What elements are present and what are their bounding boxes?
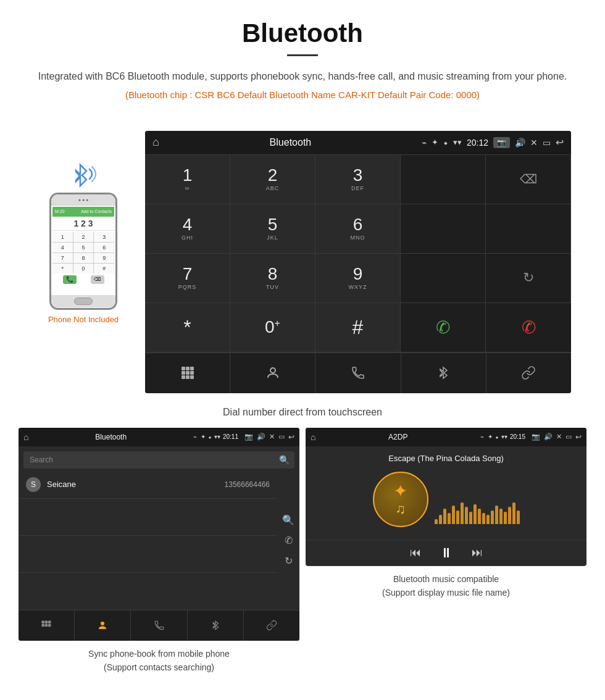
contacts-cam-icon[interactable]: 📷 bbox=[244, 433, 253, 441]
car-dial-screen: ⌂ Bluetooth ⌁ ✦ ⬥ ▾▾ 20:12 📷 🔊 ✕ ▭ ↩ 1 ∞… bbox=[145, 131, 571, 393]
phone-bottom-row: 📞 ⌫ bbox=[52, 275, 114, 284]
contacts-nav-call[interactable] bbox=[131, 610, 187, 641]
camera-button[interactable]: 📷 bbox=[493, 137, 510, 148]
contacts-bt-icon: ✦ bbox=[201, 433, 206, 440]
dial-key-9[interactable]: 9 WXYZ bbox=[315, 254, 401, 303]
visualizer-bar bbox=[491, 510, 494, 524]
title-divider bbox=[287, 54, 318, 56]
nav-keypad[interactable] bbox=[145, 353, 230, 393]
dial-key-5[interactable]: 5 JKL bbox=[230, 204, 315, 254]
svg-rect-5 bbox=[190, 371, 194, 375]
prev-button[interactable]: ⏮ bbox=[410, 546, 421, 559]
contacts-search-icon[interactable]: 🔍 bbox=[279, 455, 290, 465]
svg-rect-4 bbox=[186, 371, 190, 375]
nav-call-log[interactable] bbox=[315, 353, 401, 393]
contacts-nav-link[interactable] bbox=[244, 610, 299, 641]
contacts-location-icon: ⬥ bbox=[208, 433, 212, 440]
dial-key-8[interactable]: 8 TUV bbox=[230, 254, 315, 303]
dial-caption: Dial number direct from touchscreen bbox=[0, 407, 605, 418]
dial-call-red[interactable]: ✆ bbox=[486, 303, 571, 352]
music-cam-icon[interactable]: 📷 bbox=[532, 433, 540, 441]
phone-call-btn[interactable]: 📞 bbox=[63, 275, 77, 284]
dial-refresh[interactable]: ↻ bbox=[486, 254, 571, 303]
music-close-icon[interactable]: ✕ bbox=[556, 433, 562, 441]
phone-key-4[interactable]: 4 bbox=[52, 243, 73, 252]
phone-key-6[interactable]: 6 bbox=[94, 243, 114, 252]
contacts-home-icon[interactable]: ⌂ bbox=[23, 432, 28, 442]
svg-rect-7 bbox=[186, 375, 190, 379]
visualizer-bar bbox=[508, 507, 511, 524]
phone-key-8[interactable]: 8 bbox=[73, 253, 94, 263]
phone-key-3[interactable]: 3 bbox=[94, 232, 114, 242]
music-caption: Bluetooth music compatible (Support disp… bbox=[382, 572, 510, 600]
bottom-screenshots: ⌂ Bluetooth ⌁ ✦ ⬥ ▾▾ 20:11 📷 🔊 ✕ ▭ ↩ bbox=[0, 428, 605, 687]
phone-delete-btn[interactable]: ⌫ bbox=[91, 275, 104, 284]
contacts-screen-icon[interactable]: ▭ bbox=[278, 433, 285, 441]
contacts-vol-icon[interactable]: 🔊 bbox=[257, 433, 265, 441]
music-status-bar: ⌂ A2DP ⌁ ✦ ⬥ ▾▾ 20:15 📷 🔊 ✕ ▭ ↩ bbox=[306, 428, 586, 446]
svg-rect-14 bbox=[45, 624, 48, 627]
nav-link[interactable] bbox=[486, 353, 571, 393]
dial-key-0[interactable]: 0+ bbox=[230, 303, 315, 352]
phone-key-1[interactable]: 1 bbox=[52, 232, 73, 242]
contacts-back-icon[interactable]: ↩ bbox=[288, 433, 294, 441]
svg-rect-15 bbox=[48, 624, 51, 627]
bluetooth-signal-icon bbox=[65, 156, 102, 193]
dial-backspace[interactable]: ⌫ bbox=[486, 155, 571, 204]
music-back-icon[interactable]: ↩ bbox=[575, 433, 582, 441]
back-icon[interactable]: ↩ bbox=[556, 136, 564, 148]
play-pause-button[interactable]: ⏸ bbox=[440, 545, 453, 561]
dial-key-2[interactable]: 2 ABC bbox=[230, 155, 315, 204]
side-refresh-icon[interactable]: ↻ bbox=[282, 555, 294, 567]
contact-row-seicane[interactable]: S Seicane 13566664466 bbox=[19, 471, 277, 499]
visualizer-bar bbox=[443, 509, 446, 524]
dial-call-green[interactable]: ✆ bbox=[401, 303, 486, 352]
contact-row-empty-1 bbox=[19, 499, 277, 536]
music-screen-title: A2DP bbox=[319, 433, 477, 441]
contacts-nav-keypad[interactable] bbox=[19, 610, 75, 641]
next-button[interactable]: ⏭ bbox=[472, 546, 483, 559]
status-time: 20:12 bbox=[467, 138, 488, 148]
phone-top-bar: ● ● ● bbox=[51, 194, 115, 206]
phone-key-hash[interactable]: # bbox=[94, 264, 114, 273]
svg-point-9 bbox=[270, 368, 275, 373]
side-call-icon[interactable]: ✆ bbox=[282, 535, 294, 546]
tech-specs: (Bluetooth chip : CSR BC6 Default Blueto… bbox=[37, 90, 568, 100]
close-icon[interactable]: ✕ bbox=[530, 138, 538, 148]
phone-key-7[interactable]: 7 bbox=[52, 253, 73, 263]
dial-key-3[interactable]: 3 DEF bbox=[315, 155, 401, 204]
contacts-nav-bt[interactable] bbox=[188, 610, 244, 641]
visualizer-bar bbox=[439, 515, 442, 524]
phone-green-bar: M:20 Add to Contacts bbox=[52, 207, 114, 217]
dial-key-6[interactable]: 6 MNO bbox=[315, 204, 401, 254]
dial-key-4[interactable]: 4 GHI bbox=[145, 204, 230, 254]
music-status-icons: ✦ ⬥ ▾▾ 20:15 bbox=[488, 433, 525, 440]
music-vol-icon[interactable]: 🔊 bbox=[544, 433, 553, 441]
nav-bluetooth[interactable] bbox=[401, 353, 486, 393]
visualizer-bar bbox=[482, 513, 485, 524]
contacts-mini-screen: ⌂ Bluetooth ⌁ ✦ ⬥ ▾▾ 20:11 📷 🔊 ✕ ▭ ↩ bbox=[19, 428, 299, 641]
phone-key-0[interactable]: 0 bbox=[73, 264, 94, 273]
bottom-nav bbox=[145, 352, 571, 393]
phone-key-9[interactable]: 9 bbox=[94, 253, 114, 263]
side-search-icon[interactable]: 🔍 bbox=[282, 514, 294, 526]
dial-key-hash[interactable]: # bbox=[315, 303, 401, 352]
dial-key-1[interactable]: 1 ∞ bbox=[145, 155, 230, 204]
contacts-close-icon[interactable]: ✕ bbox=[269, 433, 275, 441]
dial-key-star[interactable]: * bbox=[145, 303, 230, 352]
dial-key-7[interactable]: 7 PQRS bbox=[145, 254, 230, 303]
home-icon[interactable]: ⌂ bbox=[152, 136, 159, 149]
phone-key-5[interactable]: 5 bbox=[73, 243, 94, 252]
svg-rect-11 bbox=[45, 621, 48, 624]
music-home-icon[interactable]: ⌂ bbox=[311, 432, 315, 442]
screen-icon[interactable]: ▭ bbox=[543, 138, 551, 148]
svg-rect-0 bbox=[182, 367, 185, 370]
volume-icon[interactable]: 🔊 bbox=[515, 138, 525, 148]
svg-rect-1 bbox=[186, 367, 190, 370]
contacts-nav-person[interactable] bbox=[75, 610, 131, 641]
phone-key-2[interactable]: 2 bbox=[73, 232, 94, 242]
phone-key-star[interactable]: * bbox=[52, 264, 73, 273]
music-screen-icon[interactable]: ▭ bbox=[565, 433, 572, 441]
screen-status-bar: ⌂ Bluetooth ⌁ ✦ ⬥ ▾▾ 20:12 📷 🔊 ✕ ▭ ↩ bbox=[145, 131, 571, 154]
nav-contacts[interactable] bbox=[230, 353, 315, 393]
